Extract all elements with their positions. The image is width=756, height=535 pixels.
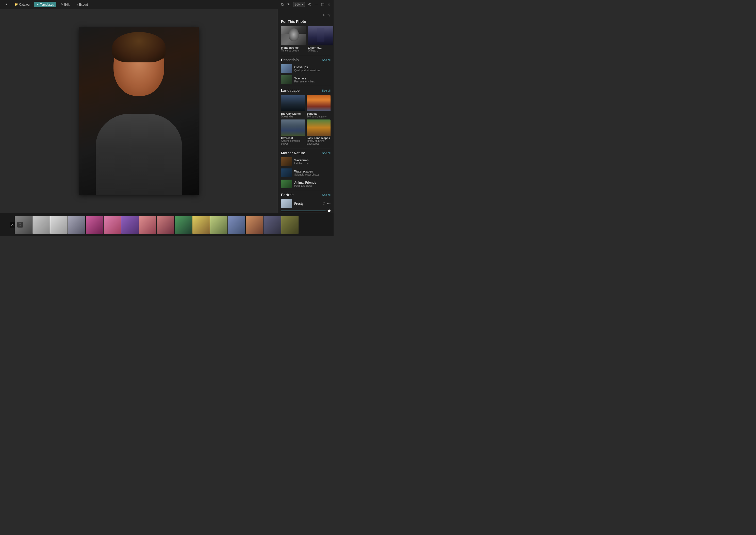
scenery-sub: Fast scenery fixes	[294, 80, 331, 83]
animal-friends-item[interactable]: Animal Friends Paws and claws	[278, 178, 334, 189]
filmstrip-item[interactable]	[263, 216, 281, 234]
topbar-nav: + 📁 Catalog ✦ Templates ✎ Edit ↑ Export	[3, 2, 90, 7]
savannah-item[interactable]: Savannah Let them roar	[278, 156, 334, 167]
frosty-actions: ♡ •••	[322, 202, 331, 206]
restore-icon[interactable]: ❐	[321, 3, 324, 7]
easy-landscapes-sub: Simply stunning landscapes	[307, 140, 331, 145]
zoom-control[interactable]: 30% ▾	[293, 2, 305, 7]
essentials-title: Essentials	[281, 58, 298, 62]
eye-icon[interactable]: 👁	[287, 3, 290, 7]
filmstrip-item[interactable]	[228, 216, 245, 234]
sunsets-card[interactable]: Sunsets Soft sunlight glow	[307, 95, 331, 118]
scenery-thumb	[281, 75, 292, 84]
easy-landscapes-card[interactable]: Easy Landscapes Simply stunning landscap…	[307, 120, 331, 145]
filmstrip: ✕ ♡	[0, 213, 334, 236]
animal-friends-name: Animal Friends	[294, 181, 331, 184]
filmstrip-item[interactable]	[121, 216, 138, 234]
filmstrip-item[interactable]	[281, 216, 298, 234]
filmstrip-item[interactable]	[86, 216, 103, 234]
heart-icon: ♡	[18, 223, 22, 227]
for-this-photo-title: For This Photo	[281, 19, 306, 24]
frosty-heart-icon[interactable]: ♡	[322, 202, 325, 206]
filmstrip-item[interactable]	[157, 216, 174, 234]
animal-friends-sub: Paws and claws	[294, 184, 331, 187]
chevron-down-icon: ▾	[302, 3, 303, 6]
templates-icon: ✦	[37, 3, 39, 6]
filmstrip-items	[15, 216, 298, 234]
filmstrip-item[interactable]	[175, 216, 192, 234]
essentials-see-all[interactable]: See all	[322, 58, 331, 61]
experimental-thumb	[308, 26, 333, 45]
close-icon[interactable]: ✕	[327, 3, 331, 7]
portrait-see-all[interactable]: See all	[322, 193, 331, 196]
scenery-name: Scenery	[294, 77, 331, 80]
landscape-see-all[interactable]: See all	[322, 89, 331, 92]
frosty-item-left: Frosty	[281, 199, 304, 208]
filmstrip-item[interactable]	[104, 216, 121, 234]
portrait-body	[96, 114, 182, 195]
frosty-item: Frosty ♡ •••	[278, 198, 334, 210]
frosty-thumb	[281, 199, 292, 208]
close-icon: ✕	[11, 223, 14, 227]
add-button[interactable]: +	[3, 2, 10, 7]
easy-landscapes-thumb	[307, 120, 331, 136]
essentials-scenery-item[interactable]: Scenery Fast scenery fixes	[278, 74, 334, 85]
catalog-icon: 📁	[15, 3, 18, 6]
frosty-slider-thumb[interactable]	[328, 210, 331, 212]
animal-friends-info: Animal Friends Paws and claws	[294, 181, 331, 187]
main-area: ✦ ☆ For This Photo Monochrome Timeless b…	[0, 9, 334, 213]
savannah-name: Savannah	[294, 158, 331, 162]
filmstrip-item[interactable]	[210, 216, 227, 234]
photo-placeholder	[79, 27, 199, 195]
essentials-closeups-item[interactable]: Closeups Quick portrait solutions	[278, 63, 334, 74]
frosty-slider-fill	[281, 211, 326, 211]
essentials-header: Essentials See all	[278, 56, 334, 63]
portrait-title: Portrait	[281, 193, 294, 197]
filmstrip-close-button[interactable]: ✕	[10, 222, 15, 228]
big-city-thumb	[281, 95, 305, 111]
savannah-info: Savannah Let them roar	[294, 158, 331, 165]
filmstrip-item[interactable]	[33, 216, 50, 234]
portrait-header: Portrait See all	[278, 191, 334, 198]
closeups-sub: Quick portrait solutions	[294, 69, 331, 72]
overcast-name: Overcast	[281, 136, 305, 140]
photo-container	[79, 27, 199, 195]
big-city-lights-card[interactable]: Big City Lights Street vibe	[281, 95, 305, 118]
filmstrip-item[interactable]	[139, 216, 156, 234]
overcast-sub: Accent elemental power	[281, 140, 305, 145]
frosty-slider-track[interactable]	[281, 211, 331, 211]
magic-wand-icon[interactable]: ✦	[322, 13, 325, 17]
filmstrip-item[interactable]	[50, 216, 68, 234]
waterscapes-item[interactable]: Waterscapes Splendid water photos	[278, 167, 334, 178]
animal-friends-thumb	[281, 180, 292, 188]
filmstrip-item[interactable]	[68, 216, 85, 234]
landscape-grid: Big City Lights Street vibe Sunsets Soft…	[278, 94, 334, 148]
filmstrip-controls: ✕ ♡	[10, 222, 23, 228]
monochrome-sub: Timeless beauty	[281, 49, 306, 52]
easy-landscapes-name: Easy Landscapes	[307, 136, 331, 140]
overcast-card[interactable]: Overcast Accent elemental power	[281, 120, 305, 145]
divider-2	[281, 86, 331, 86]
closeups-info: Closeups Quick portrait solutions	[294, 66, 331, 72]
filmstrip-item[interactable]	[193, 216, 210, 234]
divider-1	[281, 55, 331, 55]
star-icon[interactable]: ☆	[327, 13, 331, 17]
sunsets-thumb	[307, 95, 331, 111]
for-this-photo-header: For This Photo	[278, 17, 334, 25]
minimize-icon[interactable]: —	[315, 3, 318, 7]
frosty-more-icon[interactable]: •••	[327, 202, 331, 206]
ftp-card-monochrome[interactable]: Monochrome Timeless beauty	[281, 26, 306, 52]
catalog-button[interactable]: 📁 Catalog	[12, 2, 32, 7]
sunsets-sub: Soft sunlight glow	[307, 115, 331, 118]
mother-nature-header: Mother Nature See all	[278, 149, 334, 156]
filmstrip-heart-button[interactable]: ♡	[17, 222, 23, 228]
ftp-card-experimental[interactable]: Experim… Offbeat …	[308, 26, 333, 52]
monitor-icon[interactable]: ⧉	[281, 2, 284, 7]
templates-button[interactable]: ✦ Templates	[34, 2, 56, 7]
filmstrip-item[interactable]	[246, 216, 263, 234]
export-button[interactable]: ↑ Export	[74, 2, 90, 7]
edit-button[interactable]: ✎ Edit	[58, 2, 72, 7]
topbar-right: ⧉ 👁 30% ▾ ⏱ — ❐ ✕	[281, 2, 331, 7]
history-icon[interactable]: ⏱	[308, 3, 312, 7]
mother-nature-see-all[interactable]: See all	[322, 152, 331, 155]
